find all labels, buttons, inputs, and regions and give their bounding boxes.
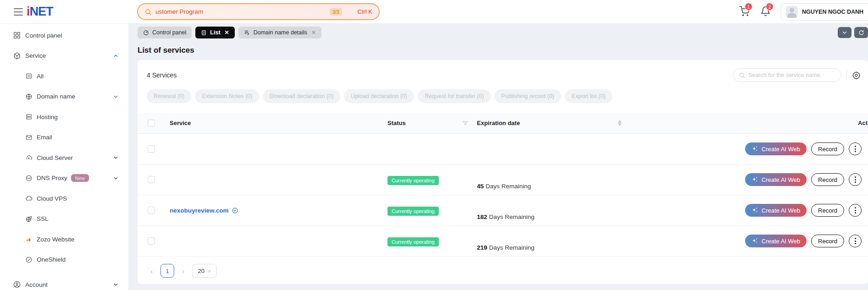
sidebar-item-domain-name[interactable]: Domain name	[0, 87, 128, 107]
sort-icon[interactable]	[618, 120, 622, 126]
refresh-button[interactable]	[854, 27, 868, 38]
col-service: Service	[170, 120, 387, 126]
services-card: 4 Services Renewal (0) Extension Notes (…	[138, 60, 868, 284]
sidebar-item-hosting[interactable]: Hosting	[0, 107, 128, 127]
services-table: Service Status Expiration date	[138, 113, 868, 257]
chevron-down-icon[interactable]	[113, 94, 118, 99]
more-actions-button[interactable]	[849, 204, 862, 217]
create-ai-web-button[interactable]: Create AI Web	[745, 142, 807, 155]
sidebar-item-service[interactable]: Service	[0, 46, 128, 66]
current-page[interactable]: 1	[160, 264, 174, 278]
sidebar-label: Service	[25, 52, 46, 59]
app-window: iNET 3/3 Ctrl K 1 2 NGUYEN NGOC DANH Con…	[0, 0, 868, 290]
prev-page-button[interactable]: ‹	[150, 267, 153, 275]
chevron-up-icon[interactable]	[113, 53, 118, 58]
download-declaration-button[interactable]: Download declaration (0)	[263, 89, 340, 103]
search-shortcut-hint: Ctrl K	[358, 8, 373, 15]
tab-label: Control panel	[152, 29, 186, 36]
tab-control-panel[interactable]: Control panel	[138, 27, 192, 38]
global-search[interactable]: 3/3 Ctrl K	[137, 3, 380, 20]
chevron-down-icon: ∨	[208, 268, 211, 274]
notifications-button[interactable]: 2	[760, 6, 771, 18]
chevron-down-icon[interactable]	[113, 175, 118, 181]
record-button[interactable]: Record	[811, 235, 844, 247]
tab-domain-name-details[interactable]: Domain name details ✕	[238, 27, 321, 38]
menu-icon[interactable]	[14, 8, 23, 16]
sidebar-item-control-panel[interactable]: Control panel	[0, 25, 128, 46]
settings-button[interactable]	[852, 71, 861, 80]
sidebar-item-ssl[interactable]: SSL	[0, 209, 128, 230]
upload-declaration-button[interactable]: Upload declaration (0)	[344, 89, 414, 103]
sidebar-label: DNS Proxy	[37, 175, 67, 181]
create-ai-web-button[interactable]: Create AI Web	[745, 204, 807, 217]
close-icon[interactable]: ✕	[225, 29, 229, 36]
sidebar-item-cloud-vps[interactable]: Cloud VPS	[0, 188, 128, 209]
mail-icon	[25, 134, 33, 141]
user-menu[interactable]: NGUYEN NGOC DANH	[781, 3, 868, 21]
tab-list[interactable]: List ✕	[195, 27, 234, 38]
service-search-input[interactable]	[748, 72, 831, 78]
sidebar-item-zozo-website[interactable]: Zozo Website	[0, 229, 128, 250]
service-domain-link[interactable]: nexobuyreview.com	[170, 207, 387, 214]
services-count: 4 Services	[147, 71, 177, 79]
export-list-button[interactable]: Export list (0)	[565, 89, 613, 103]
filter-icon[interactable]	[462, 120, 469, 126]
global-search-input[interactable]	[155, 8, 293, 15]
sidebar-item-email[interactable]: Email	[0, 127, 128, 148]
tab-tools	[838, 27, 868, 38]
service-search[interactable]	[733, 68, 841, 82]
sidebar-item-account[interactable]: Account	[0, 274, 128, 290]
grid-icon	[13, 31, 21, 39]
sidebar-label: Email	[37, 134, 52, 141]
cart-button[interactable]: 1	[739, 6, 750, 18]
status-badge: Currently operating	[387, 207, 439, 216]
card-toolbar: 4 Services	[138, 60, 868, 83]
sidebar-item-cloud-server[interactable]: Cloud Server	[0, 148, 128, 168]
collapse-button[interactable]	[838, 27, 851, 38]
create-ai-web-button[interactable]: Create AI Web	[745, 173, 807, 186]
inet-logo[interactable]: iNET	[27, 5, 53, 19]
sidebar-label: Cloud Server	[37, 154, 73, 161]
page-size-select[interactable]: 20 ∨	[192, 264, 217, 278]
chevron-down-icon[interactable]	[113, 155, 118, 160]
search-icon	[739, 72, 745, 78]
list-icon	[201, 30, 207, 36]
sidebar-item-all[interactable]: All	[0, 66, 128, 87]
sidebar-item-dns-proxy[interactable]: DNS Proxy New	[0, 168, 128, 189]
zozo-website-icon	[25, 235, 33, 243]
sidebar-label: Cloud VPS	[37, 195, 67, 202]
globe-icon	[25, 93, 33, 100]
sidebar-label: All	[37, 73, 44, 80]
status-cell: Currently operating	[387, 175, 477, 184]
ssl-icon	[25, 215, 33, 223]
row-checkbox[interactable]	[148, 145, 155, 153]
next-page-button[interactable]: ›	[182, 267, 184, 275]
more-actions-button[interactable]	[849, 173, 862, 186]
search-counter-badge: 3/3	[330, 8, 342, 16]
chevron-down-icon[interactable]	[113, 282, 118, 287]
sidebar-item-oneshield[interactable]: OneShield	[0, 250, 128, 270]
record-button[interactable]: Record	[811, 173, 844, 186]
select-all-checkbox[interactable]	[148, 120, 155, 127]
close-icon[interactable]: ✕	[311, 29, 316, 36]
row-checkbox[interactable]	[148, 176, 155, 183]
refresh-icon	[858, 30, 864, 36]
renewal-button[interactable]: Renewal (0)	[147, 89, 191, 103]
record-button[interactable]: Record	[811, 204, 844, 217]
request-transfer-button[interactable]: Request for transfer (0)	[418, 89, 491, 103]
create-ai-web-button[interactable]: Create AI Web	[745, 235, 807, 247]
record-button[interactable]: Record	[811, 142, 844, 155]
status-badge: Currently operating	[387, 237, 439, 246]
row-checkbox[interactable]	[148, 237, 155, 245]
table-row: Currently operating 219Days Remaining Cr…	[138, 226, 868, 257]
publishing-record-button[interactable]: Publishing record (0)	[494, 89, 561, 103]
extension-notes-button[interactable]: Extension Notes (0)	[195, 89, 259, 103]
more-actions-button[interactable]	[849, 142, 862, 155]
divider	[846, 71, 847, 80]
row-checkbox[interactable]	[148, 207, 155, 214]
col-expiration: Expiration date	[477, 120, 625, 126]
action-cell: Create AI Web Record	[625, 142, 868, 155]
more-actions-button[interactable]	[849, 235, 862, 247]
cart-badge: 1	[745, 3, 752, 11]
gear-icon	[852, 71, 861, 80]
